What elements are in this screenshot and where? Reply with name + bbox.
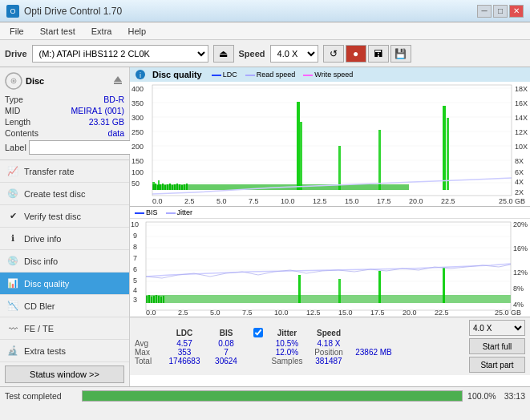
- svg-text:20.0: 20.0: [403, 309, 417, 317]
- start-full-button[interactable]: Start full: [469, 338, 525, 354]
- disc-label-row: Label 🔍: [5, 140, 124, 155]
- nav-fe-te[interactable]: 〰 FE / TE: [0, 317, 129, 340]
- svg-rect-51: [172, 185, 173, 190]
- svg-rect-3: [114, 83, 122, 84]
- svg-text:8%: 8%: [513, 285, 524, 293]
- chart1-legend: LDC Read speed Write speed: [212, 71, 353, 79]
- svg-rect-43: [152, 184, 154, 190]
- svg-text:15.0: 15.0: [338, 309, 353, 317]
- max-label: Max: [135, 348, 164, 357]
- svg-text:350: 350: [131, 99, 144, 107]
- stats-row: LDC BIS Jitter Speed Avg 4.57 0.08 10.5%…: [130, 317, 530, 375]
- close-button[interactable]: ✕: [509, 5, 524, 18]
- menu-help[interactable]: Help: [121, 25, 152, 38]
- svg-marker-4: [114, 76, 122, 82]
- svg-text:22.5: 22.5: [435, 309, 449, 317]
- svg-text:250: 250: [131, 128, 144, 136]
- svg-text:3: 3: [133, 296, 137, 304]
- nav-transfer-rate-label: Transfer rate: [24, 167, 75, 176]
- stats-jitter-header: Jitter: [266, 328, 308, 339]
- svg-point-2: [13, 80, 15, 83]
- svg-rect-94: [378, 271, 381, 303]
- info-icon[interactable]: 🖬: [368, 45, 389, 63]
- start-part-button[interactable]: Start part: [469, 357, 525, 373]
- disc-type-key: Type: [5, 95, 23, 104]
- stats-ldc-header: LDC: [164, 328, 205, 339]
- right-controls: 4.0 X Start full Start part: [469, 320, 525, 373]
- nav-extra-tests[interactable]: 🔬 Extra tests: [0, 340, 129, 362]
- svg-text:16X: 16X: [515, 99, 528, 107]
- nav-transfer-rate[interactable]: 📈 Transfer rate: [0, 160, 129, 183]
- svg-text:5.0: 5.0: [210, 309, 220, 317]
- config-icon[interactable]: ●: [346, 45, 366, 63]
- disc-quality-icon: 📊: [6, 277, 19, 290]
- samples-val: 381487: [308, 357, 350, 365]
- svg-text:7.5: 7.5: [249, 197, 259, 205]
- samples-label: Samples: [266, 357, 308, 365]
- nav-disc-quality[interactable]: 📊 Disc quality: [0, 273, 129, 295]
- svg-rect-103: [163, 296, 164, 303]
- nav-cd-bler-label: CD Bler: [24, 301, 55, 311]
- svg-rect-40: [378, 130, 381, 190]
- svg-text:400: 400: [131, 85, 144, 93]
- svg-text:10.0: 10.0: [274, 309, 289, 317]
- chart2-legend: BIS Jitter: [135, 208, 192, 216]
- disc-contents-row: Contents data: [5, 128, 124, 138]
- nav-cd-bler[interactable]: 📉 CD Bler: [0, 295, 129, 317]
- elapsed-time: 33:13: [504, 391, 525, 401]
- svg-text:25.0 GB: 25.0 GB: [495, 309, 521, 317]
- drive-select[interactable]: (M:) ATAPI iHBS112 2 CL0K: [32, 45, 208, 63]
- nav-disc-info[interactable]: 💿 Disc info: [0, 250, 129, 273]
- svg-text:12.5: 12.5: [306, 309, 321, 317]
- chart2-svg: 10 9 8 7 6 5 4 3 20% 16% 12% 8% 4%: [130, 219, 530, 317]
- save-icon[interactable]: 💾: [390, 45, 411, 63]
- drive-info-icon: ℹ: [6, 232, 19, 245]
- menu-bar: File Start test Extra Help: [0, 22, 530, 40]
- svg-text:2.5: 2.5: [184, 197, 195, 205]
- nav-verify-test-disc[interactable]: ✔ Verify test disc: [0, 205, 129, 228]
- svg-rect-45: [157, 185, 159, 190]
- transfer-rate-icon: 📈: [6, 165, 19, 178]
- svg-text:7: 7: [133, 254, 137, 262]
- nav-drive-info[interactable]: ℹ Drive info: [0, 228, 129, 250]
- speed-dropdown[interactable]: 4.0 X: [469, 320, 525, 336]
- progress-bar-fill: [83, 391, 462, 401]
- nav-create-test-disc[interactable]: 💿 Create test disc: [0, 183, 129, 205]
- disc-length-key: Length: [5, 117, 30, 127]
- svg-text:200: 200: [131, 143, 144, 151]
- eject-button[interactable]: ⏏: [213, 45, 234, 63]
- disc-contents-key: Contents: [5, 128, 38, 138]
- disc-mid-key: MID: [5, 106, 20, 115]
- disc-section-label: Disc: [26, 76, 44, 86]
- jitter-checkbox[interactable]: [253, 328, 263, 337]
- disc-label-input[interactable]: [29, 140, 136, 155]
- menu-file[interactable]: File: [3, 25, 30, 38]
- menu-start-test[interactable]: Start test: [34, 25, 82, 38]
- sidebar: Disc Type BD-R MID MEIRA1 (001) Length 2…: [0, 67, 130, 386]
- speed-select[interactable]: 4.0 X: [270, 45, 318, 63]
- maximize-button[interactable]: □: [493, 5, 508, 18]
- svg-rect-53: [176, 184, 178, 190]
- svg-text:10X: 10X: [515, 143, 528, 151]
- nav-verify-test-disc-label: Verify test disc: [24, 212, 81, 221]
- disc-eject-icon[interactable]: [111, 75, 124, 87]
- refresh-icon[interactable]: ↺: [323, 45, 344, 63]
- speed-label: Speed: [239, 49, 265, 59]
- max-ldc: 353: [164, 348, 205, 357]
- status-window-button[interactable]: Status window >>: [5, 365, 124, 383]
- content-area: i Disc quality LDC Read speed Write spee…: [130, 67, 530, 386]
- svg-text:7.5: 7.5: [242, 309, 253, 317]
- svg-text:9: 9: [133, 232, 137, 240]
- svg-text:50: 50: [131, 180, 140, 188]
- disc-contents-val: data: [108, 128, 124, 138]
- svg-text:12X: 12X: [515, 128, 528, 136]
- svg-text:300: 300: [131, 114, 144, 122]
- svg-rect-55: [181, 185, 183, 190]
- svg-text:12%: 12%: [513, 269, 528, 277]
- svg-text:8X: 8X: [515, 157, 524, 165]
- svg-text:16%: 16%: [513, 244, 528, 252]
- bottom-bar: Test completed 100.0% 33:13: [0, 386, 530, 404]
- menu-extra[interactable]: Extra: [85, 25, 119, 38]
- svg-text:2.5: 2.5: [178, 309, 188, 317]
- minimize-button[interactable]: ─: [477, 5, 492, 18]
